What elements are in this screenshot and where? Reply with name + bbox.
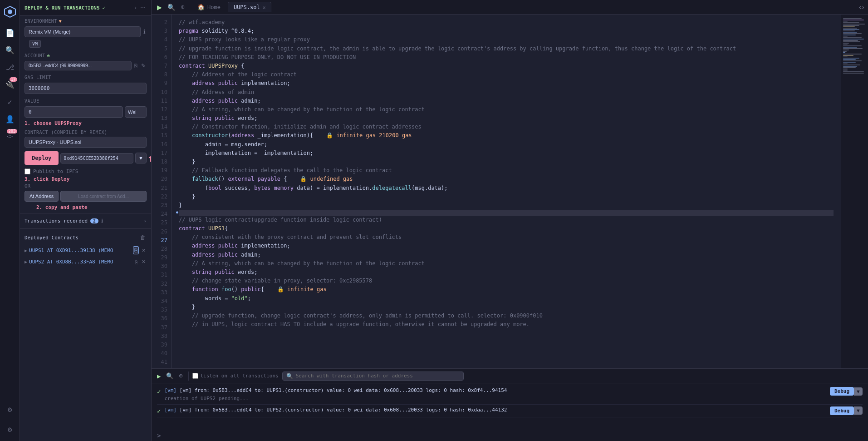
at-address-button[interactable]: At Address — [25, 191, 59, 202]
tx2-text: [vm] [vm] from: 0x5B3...eddC4 to: UUPS2.… — [164, 406, 826, 414]
bottom-zoom-in-btn[interactable]: ⊕ — [177, 372, 185, 380]
check-icon[interactable]: ✓ — [2, 94, 18, 110]
contract2-delete-btn[interactable]: ✕ — [141, 258, 147, 266]
gas-limit-label: GAS LIMIT — [20, 72, 151, 81]
file-tab-label: UUPS.sol — [234, 4, 260, 10]
close-file-tab[interactable]: ✕ — [263, 5, 266, 10]
tx-info-icon: ℹ — [101, 218, 103, 224]
edit-account-btn[interactable]: ✎ — [140, 62, 147, 70]
play-btn[interactable]: ▶ — [155, 3, 164, 12]
load-contract-button[interactable]: Load contract from Add... — [60, 191, 147, 202]
environment-select-wrapper: Remix VM (Merge) ℹ — [20, 25, 151, 39]
plugin-icon[interactable]: 🔌 17 — [2, 76, 18, 93]
mini-map — [841, 15, 868, 368]
deploy-chevron-btn[interactable]: ▼ — [135, 153, 147, 164]
icon-rail: 📄 🔍 ⎇ 🔌 17 ✓ 👤 <> 203 ⚙ ⚙ — [0, 0, 20, 441]
contract1-name: UUPS1 AT 0XD91...39138 (MEMO — [29, 248, 131, 253]
tx2-status-icon: ✓ — [157, 407, 161, 415]
deploy-panel: DEPLOY & RUN TRANSACTIONS ✓ › ⋯ ENVIRONM… — [20, 0, 152, 441]
file-icon[interactable]: 📄 — [2, 25, 18, 41]
contract-select[interactable]: UUPSProxy - UUPS.sol — [25, 137, 147, 148]
git-icon[interactable]: ⎇ — [2, 59, 18, 75]
tx-arrow[interactable]: › — [143, 218, 147, 224]
settings2-icon[interactable]: ⚙ — [2, 421, 18, 437]
zoom-in-btn[interactable]: ⊕ — [179, 3, 186, 12]
person-icon[interactable]: 👤 — [2, 111, 18, 127]
editor-expand-btn[interactable]: ⇔ — [859, 4, 864, 11]
search-icon-bottom: 🔍 — [286, 373, 293, 379]
search-input[interactable] — [296, 373, 460, 379]
code-editor: 234567 8910111213 141516171819 202122232… — [152, 15, 868, 368]
deploy-check: ✓ — [103, 5, 106, 11]
deploy-more-btn[interactable]: ⋯ — [139, 4, 147, 12]
tx-label: Transactions recorded — [25, 218, 88, 224]
account-select[interactable]: 0x5B3...eddC4 (99.99999999... — [25, 61, 132, 70]
transactions-row: Transactions recorded 2 ℹ › — [20, 215, 151, 227]
code-content[interactable]: // wtf.academy pragma solidity ^0.8.4; /… — [172, 15, 841, 368]
tx1-content: [vm] [vm] from: 0x5B3...eddC4 to: UUPS1.… — [164, 387, 826, 402]
gas-limit-input[interactable]: 3000000 — [25, 83, 147, 94]
logo-icon — [2, 4, 18, 20]
deploy-expand-btn[interactable]: › — [134, 4, 137, 12]
environment-select[interactable]: Remix VM (Merge) — [25, 26, 141, 37]
bottom-toolbar: ▶ 🔍 ⊕ listen on all transactions 🔍 — [152, 369, 868, 383]
editor-tabs: ▶ 🔍 ⊕ 🏠 Home UUPS.sol ✕ ⇔ — [152, 0, 868, 15]
gas-limit-row: 3000000 — [20, 81, 151, 96]
tab-controls: ▶ 🔍 ⊕ — [155, 3, 186, 12]
home-tab-label: Home — [207, 4, 221, 10]
zoom-out-btn[interactable]: 🔍 — [166, 3, 177, 12]
debug-btn-1[interactable]: Debug — [830, 387, 854, 396]
listen-checkbox-wrapper: listen on all transactions — [192, 373, 278, 379]
settings-icon[interactable]: ⚙ — [2, 401, 18, 417]
copy-paste-label: 2. copy and paste — [20, 203, 151, 211]
deploy-title: DEPLOY & RUN TRANSACTIONS — [25, 5, 100, 11]
contract-select-wrapper: UUPSProxy - UUPS.sol — [20, 136, 151, 149]
tx1-status-icon: ✓ — [157, 388, 161, 395]
debug-btn-2[interactable]: Debug — [830, 406, 854, 415]
arrow-right: ↑ — [147, 153, 152, 164]
code-icon[interactable]: <> 203 — [2, 128, 18, 144]
listen-checkbox[interactable] — [192, 373, 198, 379]
contract2-copy-btn[interactable]: ⎘ — [134, 258, 139, 266]
account-label: ACCOUNT ⊕ — [20, 50, 151, 59]
contract1-delete-btn[interactable]: ✕ — [141, 247, 147, 254]
bottom-zoom-out-btn[interactable]: 🔍 — [164, 372, 175, 380]
bottom-play-icon: ▶ — [157, 372, 161, 380]
divider1 — [20, 213, 151, 213]
svg-point-1 — [8, 10, 12, 14]
contract-item-1: ▶ UUPS1 AT 0XD91...39138 (MEMO ⎘ ✕ — [20, 244, 151, 256]
deploy-button[interactable]: Deploy — [25, 151, 59, 165]
contract-item-2: ▶ UUPS2 AT 0XD8B...33FA8 (MEMO ⎘ ✕ — [20, 256, 151, 268]
annotation1: 1. choose UUPSProxy — [20, 119, 151, 127]
bottom-panel: ▶ 🔍 ⊕ listen on all transactions 🔍 ✓ — [152, 368, 868, 441]
search-icon[interactable]: 🔍 — [2, 42, 18, 58]
contract2-expand[interactable]: ▶ — [25, 259, 27, 264]
account-row: 0x5B3...eddC4 (99.99999999... ⎘ ✎ — [20, 59, 151, 72]
publish-row: Publish to IPFS — [20, 168, 151, 175]
env-info-btn[interactable]: ℹ — [142, 28, 147, 36]
contract1-expand[interactable]: ▶ — [25, 248, 27, 253]
line-numbers: 234567 8910111213 141516171819 202122232… — [152, 15, 172, 368]
unit-select[interactable]: Wei Gwei Finney Ether — [125, 106, 147, 118]
or-label: OR — [20, 183, 151, 189]
debug-chevron-2[interactable]: ▼ — [854, 406, 863, 415]
debug-group-1: Debug ▼ — [830, 387, 863, 396]
tx-count-badge: 2 — [90, 218, 98, 223]
tx2-content: [vm] [vm] from: 0x5B3...eddC4 to: UUPS2.… — [164, 406, 826, 414]
main-area: ▶ 🔍 ⊕ 🏠 Home UUPS.sol ✕ ⇔ 234567 8910111… — [152, 0, 868, 441]
deploy-address-input[interactable] — [60, 153, 133, 164]
contract1-copy-btn[interactable]: ⎘ — [133, 246, 139, 254]
deployed-contracts-header: Deployed Contracts 🗑 — [20, 231, 151, 244]
tx-log: ✓ [vm] [vm] from: 0x5B3...eddC4 to: UUPS… — [152, 383, 868, 430]
file-tab[interactable]: UUPS.sol ✕ — [228, 2, 271, 12]
delete-contracts-btn[interactable]: 🗑 — [139, 233, 147, 242]
tx-entry-1: ✓ [vm] [vm] from: 0x5B3...eddC4 to: UUPS… — [157, 385, 863, 405]
publish-checkbox[interactable] — [25, 168, 30, 174]
copy-account-btn[interactable]: ⎘ — [133, 62, 138, 70]
at-address-row: At Address Load contract from Add... — [20, 189, 151, 203]
publish-label: Publish to IPFS — [33, 168, 78, 174]
code-badge: 203 — [7, 129, 17, 134]
debug-chevron-1[interactable]: ▼ — [854, 387, 863, 396]
home-tab[interactable]: 🏠 Home — [192, 2, 226, 12]
value-input[interactable] — [25, 106, 123, 118]
